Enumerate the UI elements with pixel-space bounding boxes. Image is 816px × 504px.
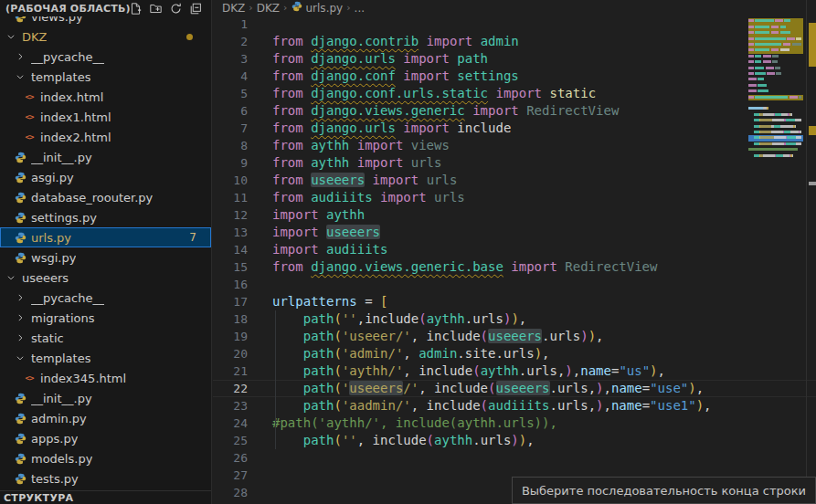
line-content[interactable]: path('',include(aythh.urls)), — [272, 310, 526, 328]
overview-ruler[interactable] — [806, 0, 816, 504]
line-number[interactable]: 13 — [213, 224, 248, 241]
code-line-8[interactable]: 8from aythh import views — [213, 137, 816, 154]
new-folder-icon[interactable] — [150, 3, 162, 15]
tree-item-__init__.py[interactable]: __init__.py — [0, 388, 211, 408]
line-content[interactable]: path('aythh/', include(aythh.urls,),name… — [272, 362, 665, 380]
line-number[interactable]: 25 — [213, 432, 248, 449]
code-line-5[interactable]: 5from django.conf.urls.static import sta… — [213, 85, 816, 102]
breadcrumb-file[interactable]: urls.py — [306, 2, 344, 15]
code-line-20[interactable]: 20 path('admin/', admin.site.urls), — [213, 345, 816, 362]
line-number[interactable]: 26 — [213, 449, 248, 467]
tree-item-DKZ[interactable]: DKZ — [0, 26, 211, 47]
line-number[interactable]: 27 — [213, 467, 248, 484]
tree-item-database_roouter.py[interactable]: database_roouter.py — [0, 187, 211, 207]
line-number[interactable]: 8 — [213, 137, 248, 154]
line-number[interactable]: 24 — [213, 415, 248, 432]
line-content[interactable]: import audiiits — [272, 241, 387, 258]
tree-item-templates[interactable]: templates — [0, 348, 211, 368]
code-line-22[interactable]: 22 path('useeers/', include(useeers.urls… — [213, 380, 816, 397]
line-number[interactable]: 2 — [213, 33, 248, 50]
outline-section-header[interactable]: СТРУКТУРА — [0, 490, 212, 504]
code-line-19[interactable]: 19 path('useeer/', include(useeers.urls)… — [213, 328, 816, 345]
line-number[interactable]: 11 — [213, 189, 248, 206]
line-number[interactable]: 28 — [213, 484, 248, 501]
line-number[interactable]: 9 — [213, 154, 248, 172]
line-content[interactable]: from django.views.generic.base import Re… — [272, 258, 657, 276]
line-number[interactable]: 21 — [213, 362, 248, 380]
code-line-4[interactable]: 4from django.conf import settings — [213, 68, 816, 85]
line-number[interactable]: 19 — [213, 328, 248, 345]
tree-item-apps.py[interactable]: apps.py — [0, 428, 211, 448]
line-content[interactable]: path('useeer/', include(useeers.urls)), — [272, 328, 604, 345]
code-area[interactable]: 12from django.contrib import admin3from … — [213, 16, 816, 501]
line-number[interactable]: 4 — [213, 68, 248, 85]
line-content[interactable]: path('', include(aythh.urls)), — [272, 432, 535, 449]
code-line-1[interactable]: 1 — [213, 16, 816, 33]
new-file-icon[interactable] — [130, 3, 142, 15]
line-content[interactable]: from aythh import views — [272, 137, 450, 154]
line-number[interactable]: 3 — [213, 50, 248, 68]
tree-item-static[interactable]: static — [0, 328, 211, 348]
code-line-21[interactable]: 21 path('aythh/', include(aythh.urls,),n… — [213, 362, 816, 380]
line-number[interactable]: 1 — [213, 16, 248, 33]
breadcrumb-folder[interactable]: DKZ — [222, 2, 245, 15]
tree-item-wsgi.py[interactable]: wsgi.py — [0, 247, 211, 268]
code-line-15[interactable]: 15from django.views.generic.base import … — [213, 258, 816, 276]
tree-item-__pycache__[interactable]: __pycache__ — [0, 288, 211, 308]
line-content[interactable]: from django.views.generic import Redirec… — [272, 102, 619, 120]
line-number[interactable]: 14 — [213, 241, 248, 258]
tree-item-urls.py[interactable]: urls.py7 — [0, 227, 211, 247]
refresh-icon[interactable] — [170, 3, 182, 15]
line-number[interactable]: 12 — [213, 206, 248, 224]
tree-item-__pycache__[interactable]: __pycache__ — [0, 47, 211, 67]
line-number[interactable]: 20 — [213, 345, 248, 362]
tree-item-__init__.py[interactable]: __init__.py — [0, 147, 211, 167]
code-line-18[interactable]: 18 path('',include(aythh.urls)), — [213, 310, 816, 328]
code-line-3[interactable]: 3from django.urls import path — [213, 50, 816, 68]
line-content[interactable]: path('admin/', admin.site.urls), — [272, 345, 550, 362]
tree-item-templates[interactable]: templates — [0, 67, 211, 87]
code-line-13[interactable]: 13import useeers — [213, 224, 816, 241]
line-number[interactable]: 23 — [213, 397, 248, 415]
tree-item-admin.py[interactable]: admin.py — [0, 408, 211, 428]
line-content[interactable]: from aythh import urls — [272, 154, 441, 172]
line-number[interactable]: 10 — [213, 172, 248, 189]
line-content[interactable]: from django.conf import settings — [272, 68, 519, 85]
line-content[interactable]: path('aadmin/', include(audiiits.urls,),… — [272, 397, 712, 415]
line-content[interactable]: from useeers import urls — [272, 172, 457, 189]
minimap[interactable] — [748, 0, 803, 504]
line-content[interactable]: import useeers — [272, 224, 380, 241]
tree-item-tests.py[interactable]: tests.py — [0, 468, 211, 488]
tree-item-useeers[interactable]: useeers — [0, 268, 211, 288]
code-line-10[interactable]: 10from useeers import urls — [213, 172, 816, 189]
line-content[interactable]: path('useeers/', include(useeers.urls,),… — [272, 380, 704, 397]
collapse-all-icon[interactable] — [190, 3, 202, 15]
line-number[interactable]: 15 — [213, 258, 248, 276]
code-line-17[interactable]: 17urlpatterns = [ — [213, 293, 816, 310]
line-content[interactable]: urlpatterns = [ — [272, 293, 387, 310]
code-line-16[interactable]: 16 — [213, 276, 816, 293]
line-content[interactable]: #path('aythh/', include(aythh.urls)), — [272, 415, 557, 432]
code-line-6[interactable]: 6from django.views.generic import Redire… — [213, 102, 816, 120]
line-number[interactable]: 5 — [213, 85, 248, 102]
tree-item-index2.html[interactable]: <>index2.html — [0, 127, 211, 147]
line-content[interactable]: from django.urls import path — [272, 50, 488, 68]
line-content[interactable]: from django.urls import include — [272, 120, 511, 137]
code-line-25[interactable]: 25 path('', include(aythh.urls)), — [213, 432, 816, 449]
line-number[interactable]: 18 — [213, 310, 248, 328]
code-line-11[interactable]: 11from audiiits import urls — [213, 189, 816, 206]
tree-item-index.html[interactable]: <>index.html — [0, 87, 211, 107]
line-content[interactable]: import aythh — [272, 206, 365, 224]
tree-item-asgi.py[interactable]: asgi.py — [0, 167, 211, 187]
code-line-26[interactable]: 26 — [213, 449, 816, 467]
line-number[interactable]: 7 — [213, 120, 248, 137]
code-line-24[interactable]: 24#path('aythh/', include(aythh.urls)), — [213, 415, 816, 432]
line-content[interactable]: from audiiits import urls — [272, 189, 465, 206]
workspace-section-header[interactable]: (РАБОЧАЯ ОБЛАСТЬ) ... — [0, 0, 211, 16]
code-line-23[interactable]: 23 path('aadmin/', include(audiiits.urls… — [213, 397, 816, 415]
line-content[interactable]: from django.contrib import admin — [272, 33, 519, 50]
breadcrumb-folder[interactable]: DKZ — [257, 2, 280, 15]
tree-item-index345.html[interactable]: <>index345.html — [0, 368, 211, 388]
tree-item-models.py[interactable]: models.py — [0, 448, 211, 468]
line-number[interactable]: 6 — [213, 102, 248, 120]
